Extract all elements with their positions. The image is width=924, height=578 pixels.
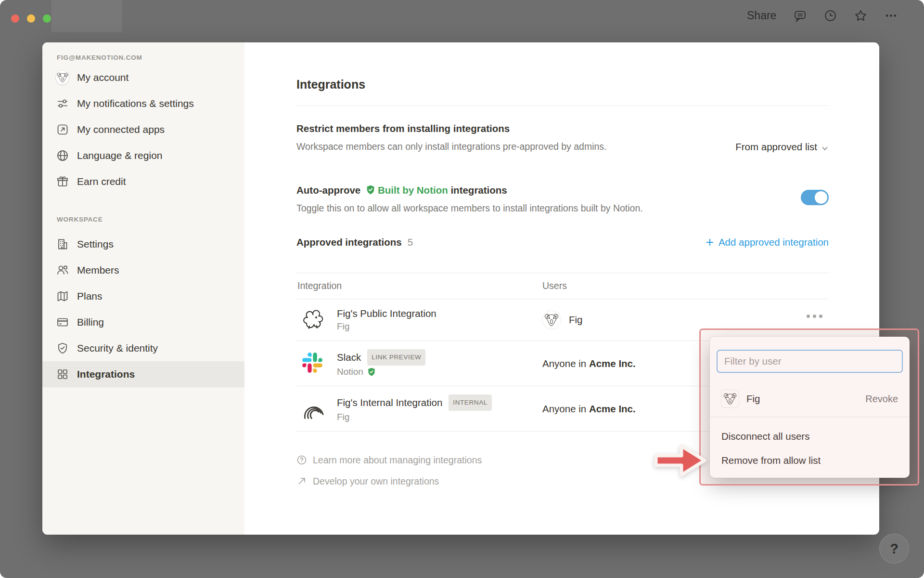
integration-cell: SlackLINK PREVIEW Notion [296, 349, 542, 378]
sidebar-item-plans[interactable]: Plans [42, 283, 244, 309]
learn-more-link[interactable]: Learn more about managing integrations [296, 449, 482, 471]
restrict-heading: Restrict members from installing integra… [296, 122, 510, 135]
table-header: Integration Users [296, 273, 829, 299]
row-actions-more-icon[interactable] [797, 308, 832, 324]
approved-count: 5 [408, 236, 413, 248]
sidebar-item-integrations[interactable]: Integrations [42, 361, 244, 387]
sidebar-item-label: Earn credit [77, 176, 126, 187]
titlebar-actions: Share [747, 0, 898, 31]
develop-integrations-link[interactable]: Develop your own integrations [296, 471, 482, 492]
revoke-button[interactable]: Revoke [865, 394, 898, 405]
sidebar-item-my-account[interactable]: My account [42, 65, 244, 91]
sidebar-item-label: Members [77, 264, 119, 276]
map-icon [56, 290, 69, 303]
auto-approve-heading: Auto-approve Built by Notion integration… [296, 184, 507, 197]
notion-window: Share FIG@MAKENOTION.COM My account [0, 0, 924, 578]
auto-approve-toggle[interactable] [801, 190, 829, 205]
sidebar-item-label: Language & region [77, 150, 163, 161]
history-clock-icon[interactable] [824, 9, 837, 22]
close-window-button[interactable] [11, 14, 19, 23]
favorite-star-icon[interactable] [854, 9, 867, 22]
verified-shield-icon [365, 184, 376, 195]
dropdown-value: From approved list [735, 141, 817, 153]
sidebar-item-settings[interactable]: Settings [42, 231, 244, 257]
built-by-notion-label: Built by Notion [378, 184, 448, 196]
more-options-icon[interactable] [885, 9, 898, 22]
approved-label: Approved integrations [296, 236, 402, 248]
sidebar-item-label: Billing [77, 316, 104, 328]
comments-icon[interactable] [794, 9, 807, 22]
gift-icon [56, 175, 69, 188]
sidebar-item-label: Settings [77, 238, 114, 250]
minimize-window-button[interactable] [27, 14, 35, 23]
learn-more-label: Learn more about managing integrations [313, 455, 482, 466]
remove-from-allow-list-item[interactable]: Remove from allow list [710, 448, 910, 473]
disconnect-all-users-item[interactable]: Disconnect all users [710, 424, 910, 448]
slack-icon [302, 353, 324, 375]
sidebar-item-earn-credit[interactable]: Earn credit [42, 169, 244, 195]
figs-public-integration-icon [302, 309, 324, 331]
toggle-knob [815, 191, 827, 204]
fig-avatar [542, 311, 561, 329]
auto-approve-suffix: integrations [450, 184, 507, 196]
fig-avatar [721, 390, 739, 407]
grid-icon [56, 368, 69, 381]
settings-sidebar: FIG@MAKENOTION.COM My account My notific… [42, 42, 244, 535]
integration-users-popup: Fig Revoke Disconnect all users Remove f… [710, 337, 910, 478]
help-button[interactable]: ? [879, 534, 909, 564]
sidebar-item-label: My connected apps [77, 124, 165, 135]
popup-divider [710, 417, 910, 417]
verified-shield-icon [367, 367, 376, 377]
add-approved-integration-button[interactable]: Add approved integration [705, 235, 829, 250]
auto-approve-prefix: Auto-approve [296, 184, 360, 196]
connected-apps-icon [56, 123, 69, 136]
sidebar-item-label: Plans [77, 290, 103, 302]
popup-user-name: Fig [746, 393, 865, 405]
auto-approve-description: Toggle this on to allow all workspace me… [296, 202, 754, 214]
sidebar-item-billing[interactable]: Billing [42, 309, 244, 335]
link-preview-badge: LINK PREVIEW [367, 349, 425, 366]
develop-integrations-label: Develop your own integrations [313, 476, 439, 487]
integration-owner: Fig [337, 411, 492, 423]
integration-name: Fig's Internal IntegrationINTERNAL [337, 394, 492, 411]
user-name: Fig [569, 314, 582, 326]
restrict-dropdown[interactable]: From approved list [735, 140, 829, 154]
org-name: Acme Inc. [589, 403, 636, 414]
integration-cell: Fig's Public Integration Fig [296, 307, 542, 333]
chevron-down-icon [821, 143, 829, 151]
share-button[interactable]: Share [747, 9, 776, 22]
internal-badge: INTERNAL [449, 394, 492, 411]
add-approved-label: Add approved integration [719, 235, 829, 250]
sidebar-item-language-region[interactable]: Language & region [42, 143, 244, 169]
window-tab [51, 0, 122, 32]
divider [296, 105, 829, 106]
filter-by-user-input[interactable] [717, 350, 903, 373]
building-icon [56, 238, 69, 251]
figs-internal-integration-icon [302, 398, 324, 420]
credit-card-icon [56, 316, 69, 329]
footer-links: Learn more about managing integrations D… [296, 449, 482, 492]
users-cell: Anyone in Acme Inc. [542, 403, 636, 415]
sidebar-item-notifications-settings[interactable]: My notifications & settings [42, 91, 244, 117]
popup-user-row[interactable]: Fig Revoke [710, 384, 910, 413]
users-text: Anyone in Acme Inc. [542, 358, 636, 369]
sidebar-item-members[interactable]: Members [42, 257, 244, 283]
page-title: Integrations [296, 76, 365, 92]
zoom-window-button[interactable] [43, 14, 51, 23]
column-users: Users [542, 280, 567, 291]
table-row[interactable]: Fig's Public Integration Fig Fig [296, 299, 829, 341]
shield-check-icon [56, 342, 69, 355]
plus-icon [705, 237, 715, 247]
globe-icon [56, 149, 69, 162]
help-circle-icon [296, 455, 307, 465]
restrict-description: Workspace members can only install integ… [296, 139, 643, 154]
workspace-heading: WORKSPACE [42, 212, 244, 226]
users-cell: Fig [542, 311, 582, 329]
external-link-icon [296, 476, 307, 486]
popup-menu: Disconnect all users Remove from allow l… [710, 424, 910, 473]
integration-name: Fig's Public Integration [337, 307, 436, 320]
sidebar-item-connected-apps[interactable]: My connected apps [42, 117, 244, 143]
integration-name: SlackLINK PREVIEW [337, 349, 425, 366]
sidebar-item-security-identity[interactable]: Security & identity [42, 335, 244, 361]
members-icon [56, 264, 69, 277]
